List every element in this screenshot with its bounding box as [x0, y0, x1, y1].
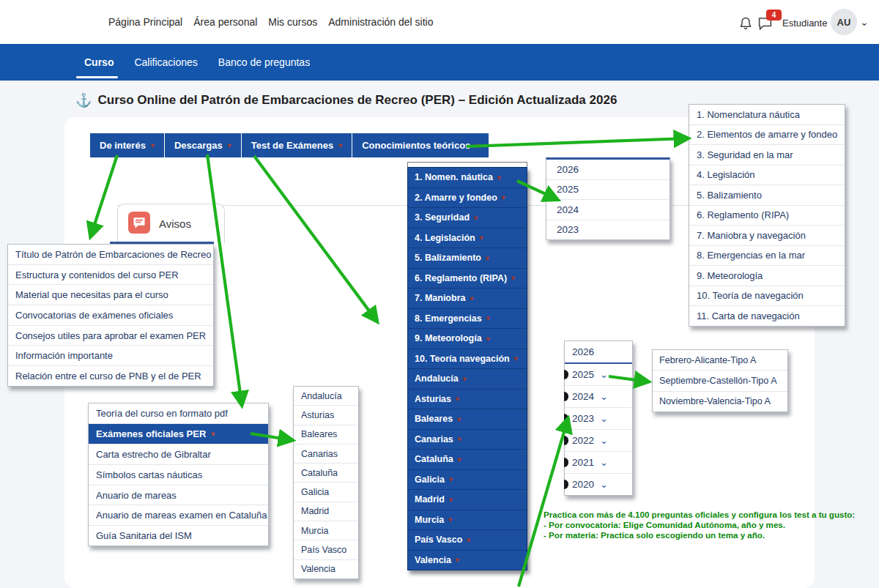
menu-item[interactable]: 1. Nomenclatura náutica — [689, 105, 845, 125]
menu-item-year[interactable]: 2023⌄ — [565, 408, 632, 430]
menu-item[interactable]: 7. Maniobra y navegación — [689, 226, 845, 246]
tab-calificaciones[interactable]: Calificaciones — [134, 56, 197, 68]
menu-item-examenes-oficiales-per[interactable]: Exámenes oficiales PER ▾ — [89, 424, 268, 444]
menu-item[interactable]: 9. Meteorología▾ — [408, 329, 527, 349]
menu-item[interactable]: 6. Reglamento (RIPA) — [689, 206, 845, 226]
menu-item-year[interactable]: 2026 — [546, 160, 670, 180]
menu-item[interactable]: Convocatorias de exámenes oficiales — [8, 305, 213, 326]
caret-down-icon: ▾ — [457, 415, 461, 423]
menu-item[interactable]: Noviembre-Valencia-Tipo A — [653, 392, 787, 412]
menu-item-label: 4. Legislación — [415, 233, 475, 243]
menu-item[interactable]: Asturias — [294, 406, 358, 425]
menu-item[interactable]: 10. Teoría navegación▾ — [408, 349, 527, 370]
menu-item[interactable]: 9. Meteorología — [689, 266, 845, 286]
menu-item[interactable]: 11. Carta de navegación — [689, 306, 845, 326]
menu-item[interactable]: Valencia — [294, 560, 358, 578]
menu-item[interactable]: Andalucía — [294, 387, 358, 406]
menubar-item-de-interes[interactable]: De interés ▾ — [90, 133, 164, 157]
menu-item[interactable]: Madrid — [294, 502, 358, 521]
caret-down-icon: ▾ — [448, 516, 452, 524]
menu-item[interactable]: Anuario de mareas — [89, 485, 268, 506]
menu-item-year[interactable]: 2024 — [546, 200, 670, 220]
menu-item[interactable]: 10. Teoría de navegación — [689, 286, 845, 307]
menubar-item-descargas[interactable]: Descargas ▾ — [165, 133, 241, 157]
year-label: 2025 — [572, 369, 594, 380]
menu-item[interactable]: Baleares — [294, 425, 358, 444]
menu-item-label: Andalucía — [415, 373, 459, 384]
menu-item-label: Galicia — [415, 475, 445, 485]
menu-item[interactable]: Galicia▾ — [408, 470, 527, 491]
menu-item[interactable]: 5. Balizamiento — [689, 185, 845, 206]
menu-item[interactable]: Cataluña — [294, 464, 358, 483]
menu-item[interactable]: 8. Emergencias en la mar — [689, 246, 845, 267]
menu-item[interactable]: Baleares▾ — [408, 409, 527, 430]
menu-item[interactable]: Febrero-Alicante-Tipo A — [653, 350, 787, 371]
nav-mis-cursos[interactable]: Mis cursos — [268, 16, 317, 28]
menu-item[interactable]: 6. Reglamento (RIPA)▾ — [408, 269, 527, 289]
menu-item[interactable]: País Vasco▾ — [408, 530, 527, 551]
tab-banco-preguntas[interactable]: Banco de preguntas — [218, 56, 310, 68]
menu-item[interactable]: País Vasco — [294, 540, 358, 559]
user-menu-chevron-down-icon[interactable]: ⌄ — [860, 16, 869, 28]
menu-item[interactable]: Canarias — [294, 444, 358, 464]
caret-down-icon: ▾ — [475, 141, 479, 149]
menu-item[interactable]: Teoría del curso en formato pdf — [89, 403, 268, 424]
menu-item[interactable]: Asturias▾ — [408, 390, 527, 410]
menu-item[interactable]: 1. Nomen. náutica▾ — [408, 168, 527, 188]
nav-area-personal[interactable]: Área personal — [193, 16, 257, 28]
page-title: ⚓ Curso Online del Patrón de Embarcacion… — [75, 92, 617, 108]
menu-item[interactable]: Carta estrecho de Gibraltar — [89, 444, 268, 465]
menu-item[interactable]: Canarias▾ — [408, 430, 527, 450]
caret-down-icon: ▾ — [502, 193, 505, 201]
menu-item[interactable]: Consejos utiles para aprobar el examen P… — [8, 326, 213, 346]
chevron-down-icon: ⌄ — [600, 435, 608, 446]
menu-item[interactable]: Relación entre el curso de PNB y el de P… — [8, 366, 213, 386]
menu-item[interactable]: Septiembre-Castellón-Tipo A — [653, 371, 787, 391]
menu-item[interactable]: 3. Seguridad en la mar — [689, 145, 845, 165]
menu-item[interactable]: Madrid▾ — [408, 490, 527, 510]
menu-item-year[interactable]: 2020⌄ — [565, 474, 632, 495]
chevron-down-icon: ⌄ — [600, 479, 608, 490]
menu-item[interactable]: Valencia▾ — [408, 551, 527, 570]
menu-item[interactable]: Murcia▾ — [408, 510, 527, 531]
menu-item-year[interactable]: 2022⌄ — [565, 430, 632, 452]
notifications-bell-icon[interactable] — [737, 15, 754, 32]
menu-item[interactable]: 5. Balizamiento▾ — [408, 248, 527, 269]
menubar-label: Test de Exámenes — [251, 140, 333, 151]
activity-avisos[interactable]: Avisos — [117, 204, 225, 243]
caret-down-icon: ▾ — [456, 395, 459, 403]
menu-item[interactable]: Andalucía▾ — [408, 369, 527, 390]
menu-item[interactable]: Material que necesitas para el curso — [8, 285, 213, 305]
menu-item-year[interactable]: 2025 — [546, 180, 670, 201]
nav-administracion[interactable]: Administración del sitio — [328, 16, 433, 28]
menu-item[interactable]: Murcia — [294, 521, 358, 540]
menu-item[interactable]: Guía Sanitaria del ISM — [89, 526, 268, 546]
menu-item[interactable]: 4. Legislación▾ — [408, 228, 527, 249]
menu-item[interactable]: Título de Patrón de Embarcaciones de Rec… — [8, 245, 213, 265]
menu-item-year[interactable]: 2025⌄ — [565, 364, 632, 386]
menu-item[interactable]: Anuario de mareas examen en Cataluña — [89, 505, 268, 526]
menu-item-year[interactable]: 2026 — [565, 341, 632, 364]
menu-item[interactable]: Símbolos cartas náuticas — [89, 465, 268, 485]
tab-curso[interactable]: Curso — [84, 56, 114, 68]
avatar[interactable]: AU — [831, 9, 857, 35]
menu-item[interactable]: Información importante — [8, 346, 213, 366]
menu-item[interactable]: 7. Maniobra▾ — [408, 289, 527, 309]
menu-item-label: 6. Reglamento (RIPA) — [415, 273, 507, 283]
menu-item[interactable]: 2. Elementos de amarre y fondeo — [689, 125, 845, 146]
menu-item[interactable]: Cataluña▾ — [408, 450, 527, 470]
menubar-item-test-de-examenes[interactable]: Test de Exámenes ▾ — [242, 133, 352, 157]
nav-pagina-principal[interactable]: Página Principal — [108, 16, 182, 28]
menu-item[interactable]: 4. Legislación — [689, 165, 845, 186]
caret-down-icon: ▾ — [474, 214, 478, 222]
menu-item-year[interactable]: 2024⌄ — [565, 386, 632, 408]
menu-item[interactable]: 2. Amarre y fondeo▾ — [408, 188, 527, 209]
menu-item[interactable]: 8. Emergencias▾ — [408, 309, 527, 330]
menu-item[interactable]: Estructura y contenidos del curso PER — [8, 265, 213, 286]
caret-down-icon: ▾ — [497, 174, 501, 182]
menu-item[interactable]: 3. Seguridad▾ — [408, 208, 527, 228]
menu-item-year[interactable]: 2023 — [546, 220, 670, 240]
menu-item-year[interactable]: 2021⌄ — [565, 452, 632, 474]
menubar-item-conocimientos-teoricos[interactable]: Conocimientos teóricos ▾ — [352, 133, 489, 157]
menu-item[interactable]: Galicia — [294, 483, 358, 502]
